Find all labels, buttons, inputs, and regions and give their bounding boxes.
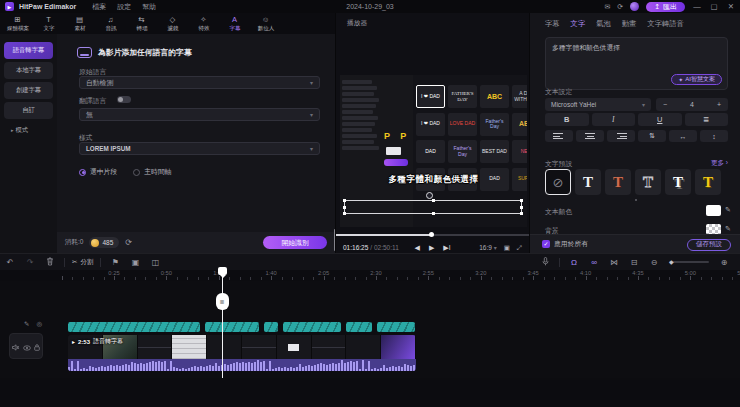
template-tile[interactable]: I ❤ DAD bbox=[416, 85, 445, 108]
redo-icon[interactable]: ↷ bbox=[20, 258, 40, 267]
menu-item[interactable]: 檔案 bbox=[92, 2, 106, 12]
tab-氣泡[interactable]: 氣泡 bbox=[596, 19, 611, 29]
italic-button[interactable]: I bbox=[592, 113, 636, 126]
rotate-handle[interactable] bbox=[426, 192, 433, 199]
user-avatar[interactable] bbox=[630, 2, 639, 11]
zoom-slider-handle[interactable]: ◆ bbox=[669, 258, 674, 265]
magnet-icon[interactable]: Ω bbox=[564, 258, 584, 267]
toolbar-item-media[interactable]: ⊞媒體檔案 bbox=[2, 13, 33, 34]
text-list-button[interactable]: ≣ bbox=[685, 113, 729, 126]
ai-copywriting-button[interactable]: ✦ AI智慧文案 bbox=[671, 74, 722, 85]
text-selection-box[interactable] bbox=[344, 200, 522, 214]
record-voiceover-icon[interactable] bbox=[535, 257, 555, 268]
tab-文字[interactable]: 文字 bbox=[571, 19, 586, 29]
style-select[interactable]: LOREM IPSUM ▾ bbox=[79, 142, 320, 155]
text-preset-outline[interactable]: T bbox=[635, 169, 661, 195]
template-tile[interactable]: Father's Day bbox=[448, 140, 477, 163]
align-center-button[interactable] bbox=[576, 130, 604, 142]
toolbar-item-audio[interactable]: ♫音訊 bbox=[95, 13, 126, 34]
toolbar-item-effects[interactable]: ✧特效 bbox=[188, 13, 219, 34]
playhead[interactable]: ≣ bbox=[222, 267, 223, 378]
scope-radio[interactable]: 主時間軸 bbox=[133, 167, 171, 177]
ripple-edit-icon[interactable]: ⋈ bbox=[604, 258, 624, 267]
lock-track-icon[interactable] bbox=[34, 337, 40, 355]
sidebar-item[interactable]: ▸模式 bbox=[4, 122, 53, 139]
subtitle-clip[interactable] bbox=[205, 322, 259, 332]
next-frame-button[interactable]: ▶ǀ bbox=[443, 244, 450, 252]
subtitle-clip[interactable] bbox=[346, 322, 372, 332]
tab-文字轉語音[interactable]: 文字轉語音 bbox=[647, 19, 683, 29]
subtitle-clip[interactable] bbox=[68, 322, 200, 332]
crop-icon[interactable]: ▣ bbox=[125, 258, 145, 267]
track-visibility-icon[interactable]: ◎ bbox=[36, 320, 42, 328]
tab-字幕[interactable]: 字幕 bbox=[545, 19, 560, 29]
credits-balance[interactable]: 485 bbox=[89, 237, 119, 248]
template-tile[interactable]: BEST DAD bbox=[480, 140, 509, 163]
freeze-frame-icon[interactable]: ◫ bbox=[145, 258, 165, 267]
marker-icon[interactable]: ⚑ bbox=[105, 258, 125, 267]
mute-track-icon[interactable] bbox=[12, 337, 19, 355]
fullscreen-icon[interactable]: ⤢ bbox=[517, 244, 522, 252]
zoom-out-icon[interactable]: ⊖ bbox=[644, 258, 664, 267]
text-preset-white[interactable]: T bbox=[575, 169, 601, 195]
export-button[interactable]: ↥ 匯出 bbox=[646, 2, 685, 12]
split-button[interactable]: ✂ 分割 bbox=[72, 258, 93, 267]
size-increase-button[interactable]: + bbox=[717, 101, 721, 108]
toolbar-item-filter[interactable]: ◇濾鏡 bbox=[157, 13, 188, 34]
template-tile[interactable]: ABC bbox=[512, 113, 527, 136]
bold-button[interactable]: B bbox=[545, 113, 589, 126]
delete-icon[interactable] bbox=[40, 257, 60, 268]
toolbar-item-stickers[interactable]: ▤素材 bbox=[64, 13, 95, 34]
subtitle-clip[interactable] bbox=[264, 322, 278, 332]
tab-動畫[interactable]: 動畫 bbox=[622, 19, 637, 29]
source-language-select[interactable]: 自動檢測 ▾ bbox=[79, 76, 320, 89]
vertical-text-button[interactable]: ⇅ bbox=[638, 130, 666, 142]
start-recognition-button[interactable]: 開始識別 bbox=[263, 236, 327, 249]
close-button[interactable]: ✕ bbox=[726, 2, 736, 11]
toolbar-item-transition[interactable]: ⇆轉場 bbox=[126, 13, 157, 34]
eyedropper-icon[interactable]: ✎ bbox=[725, 225, 731, 233]
text-preset-yellow[interactable]: T bbox=[695, 169, 721, 195]
update-icon[interactable]: ⟳ bbox=[617, 3, 623, 11]
seek-bar[interactable] bbox=[336, 234, 529, 236]
text-preset-shadow[interactable]: T bbox=[665, 169, 691, 195]
sidebar-item[interactable]: 本地字幕 bbox=[4, 62, 53, 79]
align-left-button[interactable] bbox=[545, 130, 573, 142]
template-tile[interactable]: ABC bbox=[480, 85, 509, 108]
letter-spacing-button[interactable]: ↔ bbox=[669, 130, 697, 142]
subtitle-text-input[interactable]: 多種字體和顏色供選擇 ✦ AI智慧文案 bbox=[545, 37, 728, 90]
link-clips-icon[interactable]: ∞ bbox=[584, 258, 604, 267]
previous-frame-button[interactable]: ◀ bbox=[415, 244, 420, 252]
sidebar-item[interactable]: 創建字幕 bbox=[4, 82, 53, 99]
template-tile[interactable]: NEW bbox=[512, 140, 527, 163]
aspect-ratio-select[interactable]: 16:9 ▾ bbox=[479, 244, 496, 251]
translate-language-select[interactable]: 無 ▾ bbox=[79, 108, 320, 121]
playhead-handle[interactable]: ≣ bbox=[216, 293, 229, 310]
size-decrease-button[interactable]: − bbox=[663, 101, 667, 108]
line-spacing-button[interactable]: ↕ bbox=[700, 130, 728, 142]
undo-icon[interactable]: ↶ bbox=[0, 258, 20, 267]
apply-all-checkbox[interactable]: ✓ bbox=[542, 240, 550, 248]
menu-item[interactable]: 幫助 bbox=[142, 2, 156, 12]
toolbar-item-text[interactable]: T文字 bbox=[33, 13, 64, 34]
subtitle-clip[interactable] bbox=[377, 322, 415, 332]
subtitle-clip[interactable] bbox=[283, 322, 341, 332]
translate-toggle[interactable] bbox=[117, 96, 131, 103]
text-color-swatch[interactable] bbox=[706, 205, 721, 216]
template-tile[interactable]: LOVE DAD bbox=[448, 113, 477, 136]
save-preset-button[interactable]: 儲存預設 bbox=[687, 239, 731, 251]
maximize-button[interactable]: ▢ bbox=[709, 2, 719, 11]
snapshot-icon[interactable]: ▣ bbox=[504, 244, 510, 252]
menu-item[interactable]: 設定 bbox=[117, 2, 131, 12]
template-tile[interactable]: DAD bbox=[416, 140, 445, 163]
hide-track-icon[interactable] bbox=[23, 337, 31, 355]
minimize-button[interactable]: — bbox=[692, 2, 702, 11]
sidebar-item[interactable]: 自訂 bbox=[4, 102, 53, 119]
text-preset-none[interactable]: ⊘ bbox=[545, 169, 571, 195]
toolbar-item-avatar[interactable]: ☺數位人 bbox=[250, 13, 281, 34]
text-preset-orange[interactable]: T bbox=[605, 169, 631, 195]
sidebar-item[interactable]: 語音轉字幕 bbox=[4, 42, 53, 59]
edit-track-icon[interactable]: ✎ bbox=[24, 320, 29, 328]
track-height-icon[interactable]: ⊟ bbox=[624, 258, 644, 267]
font-family-select[interactable]: Microsoft YaHei ▾ bbox=[545, 98, 651, 111]
